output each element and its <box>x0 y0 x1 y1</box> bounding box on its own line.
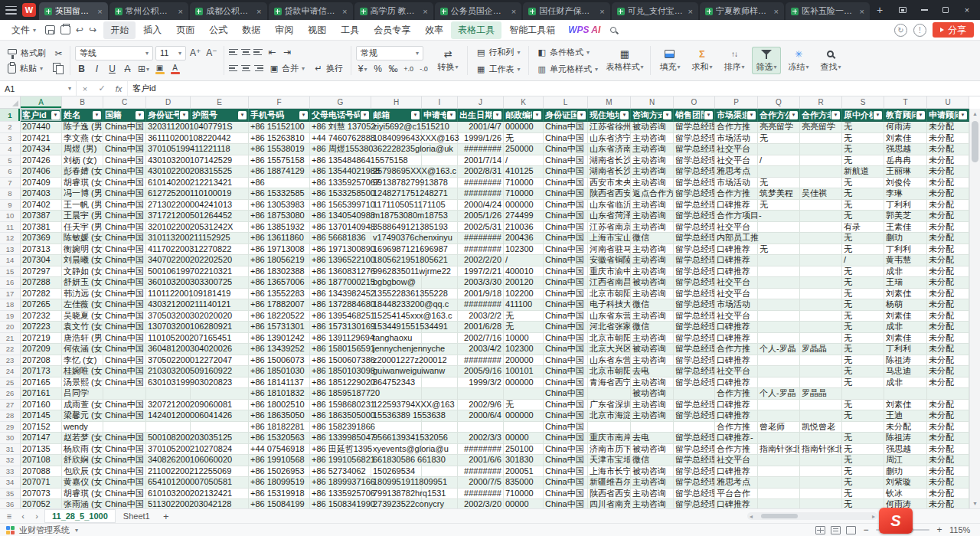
cell[interactable] <box>758 366 800 377</box>
cell[interactable] <box>758 477 800 489</box>
cell[interactable]: 9913878279913878 <box>371 178 422 189</box>
cell[interactable]: 筑梦美程 <box>758 188 800 200</box>
cell[interactable] <box>800 266 842 278</box>
cell[interactable] <box>884 388 927 400</box>
cell[interactable]: 丁利利 <box>884 244 927 256</box>
cell[interactable] <box>800 299 842 311</box>
filter-icon[interactable]: ▼ <box>238 111 247 119</box>
cell[interactable]: 250000 <box>504 144 544 155</box>
cell[interactable]: 1534491551534491 <box>371 322 422 333</box>
cell[interactable]: 社交平台 <box>715 222 758 234</box>
cell[interactable]: ######## <box>458 233 504 244</box>
filter-icon[interactable]: ▼ <box>447 111 456 119</box>
cell[interactable]: China中国 <box>544 211 588 222</box>
notification-icon[interactable]: ! <box>913 24 926 37</box>
cell[interactable]: 重庆市渝中 <box>588 266 631 278</box>
header-cell[interactable]: 姓名▼ <box>62 109 103 122</box>
cell[interactable]: 口碑推荐 <box>715 255 758 266</box>
cell[interactable]: China中国 <box>544 455 588 466</box>
cell[interactable]: 207313 <box>21 244 62 256</box>
cell[interactable]: 主动咨询 <box>631 244 674 256</box>
cell[interactable] <box>758 400 800 411</box>
cell[interactable]: 未分配 <box>927 144 969 155</box>
cell[interactable]: / <box>504 255 544 266</box>
cell[interactable]: 未分配 <box>927 200 969 211</box>
cell[interactable]: 142401200006041426 <box>146 410 191 422</box>
cell[interactable]: 刘素佳 <box>884 333 927 345</box>
header-cell[interactable]: 身份证号▼ <box>146 109 191 122</box>
cell[interactable]: +86 1971300890 <box>310 244 371 256</box>
cell[interactable]: 刘枥 (女) <box>62 155 103 167</box>
cell[interactable]: guiwanweiguiwanw <box>371 366 422 377</box>
cell[interactable]: 济南市历下 <box>588 444 631 456</box>
cell[interactable]: +86 1396522100 <box>310 255 371 266</box>
cell[interactable] <box>371 422 422 433</box>
cell[interactable]: China中国 <box>103 400 146 411</box>
cell[interactable]: 340702200202202520 <box>146 255 191 266</box>
find-button[interactable]: 查找▾ <box>816 47 845 74</box>
filter-icon[interactable]: ▼ <box>51 111 60 119</box>
cell[interactable]: 未分配 <box>927 455 969 466</box>
cell[interactable]: 留学总经理 <box>674 489 715 500</box>
cell[interactable]: z20001227z200012 <box>371 355 422 367</box>
filter-icon[interactable]: ▼ <box>577 111 586 119</box>
cell[interactable]: 陕西省西安 <box>588 489 631 500</box>
freeze-panes-button[interactable]: ✳冻结▾ <box>784 47 813 74</box>
cell[interactable]: 1696987121696987 <box>371 244 422 256</box>
cell[interactable] <box>758 489 800 500</box>
cell[interactable]: 主动咨询 <box>631 289 674 300</box>
cell[interactable]: 未分配 <box>927 366 969 377</box>
cell[interactable]: +86 1370140948 <box>310 222 371 234</box>
cell[interactable]: 社交平台 <box>715 144 758 155</box>
filter-icon[interactable]: ▼ <box>747 111 756 119</box>
cell[interactable] <box>674 422 715 433</box>
cell[interactable]: +86 1335925706 <box>310 489 371 500</box>
cell[interactable]: 市场活动 <box>715 178 758 189</box>
cell[interactable]: 成非 <box>884 377 927 389</box>
cell[interactable]: 710000 <box>504 178 544 189</box>
cell[interactable]: 主动咨询 <box>631 133 674 145</box>
header-cell[interactable]: 国籍▼ <box>103 109 146 122</box>
cell[interactable]: +86 15263810 <box>249 133 310 145</box>
cell[interactable]: 去电 <box>631 366 674 377</box>
cell[interactable]: 新疆维吾尔 <box>588 477 631 489</box>
cell[interactable]: 雅思考点 <box>715 166 758 178</box>
cell[interactable]: 王迪 <box>884 410 927 422</box>
cell[interactable]: +86 1391129694 <box>310 333 371 345</box>
cell[interactable]: 舒欣娴 (女 <box>62 455 103 466</box>
cell[interactable]: China中国 <box>544 289 588 300</box>
cell[interactable] <box>588 388 631 400</box>
cell[interactable]: +86 15152100 <box>249 122 310 133</box>
cell[interactable]: +86 1533258500 <box>310 188 371 200</box>
filter-icon[interactable]: ▼ <box>874 111 882 119</box>
cell[interactable]: 广东省深圳 <box>588 400 631 411</box>
cell[interactable]: +86 15538019 <box>249 144 310 155</box>
prev-sheet-icon[interactable]: ‹ <box>17 511 29 521</box>
cell[interactable]: 被动咨询 <box>631 466 674 478</box>
cell[interactable]: 2001/4/7 <box>458 122 504 133</box>
cell[interactable]: China中国 <box>544 366 588 377</box>
cell[interactable]: 留学总经理 <box>674 311 715 322</box>
cell[interactable]: 强思越 <box>884 144 927 155</box>
cell[interactable]: 留学总经理 <box>674 233 715 244</box>
close-tab-icon[interactable]: × <box>860 7 864 16</box>
cell[interactable]: ######## <box>458 188 504 200</box>
cell[interactable]: +86 18101832 <box>249 388 310 400</box>
cell[interactable]: 1805621951805621 <box>371 255 422 266</box>
file-tab[interactable]: 高学历 教授.xlsx× <box>354 2 433 20</box>
close-tab-icon[interactable]: × <box>511 7 516 16</box>
cell[interactable]: 未分配 <box>927 333 969 345</box>
cell[interactable] <box>422 333 458 345</box>
cell[interactable]: 799138782hrq1531 <box>371 489 422 500</box>
cell[interactable]: China中国 <box>103 200 146 211</box>
add-sheet-button[interactable]: + <box>159 511 173 522</box>
cell[interactable]: +86 15320563 <box>249 433 310 444</box>
cell[interactable]: 207223 <box>21 322 62 333</box>
cell[interactable]: +86 1899937166 <box>310 477 371 489</box>
cell[interactable]: 社交平台 <box>715 366 758 377</box>
insert-function-icon[interactable]: fx <box>110 81 127 96</box>
cell[interactable]: 留学总经理 <box>674 477 715 489</box>
print-icon[interactable] <box>60 25 70 34</box>
cell[interactable] <box>758 410 800 422</box>
cell[interactable]: 未分配 <box>927 122 969 133</box>
